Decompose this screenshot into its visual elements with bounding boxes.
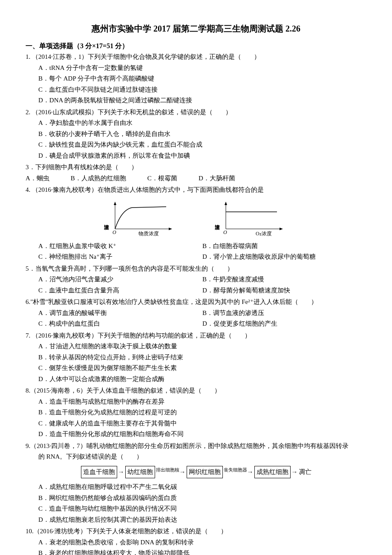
question-8: 8.（2015·海南卷，6）关于人体造血干细胞的叙述，错误的是（ ） A．造血干… (26, 385, 366, 440)
q1-stem: 1. （2014·江苏卷，1）下列关于细胞中化合物及其化学键的叙述，正确的是（ … (26, 52, 366, 63)
chart1-ylabel: 运输速度 (104, 225, 109, 230)
q3-opt-b: B．人成熟的红细胞 (71, 173, 126, 184)
chart-2-svg: 运输速度 O O₂浓度 (213, 199, 290, 237)
chart-container: 运输速度 O 物质浓度 运输速度 O O₂浓度 (26, 199, 366, 237)
svg-marker-5 (225, 202, 227, 205)
q4-stem: 4. （2016·豫南九校联考）在物质进出人体细胞的方式中，与下面两图曲线都符合… (26, 185, 366, 196)
chart-2: 运输速度 O O₂浓度 (213, 199, 290, 237)
q6-opt-b: B．调节血液的渗透压 (202, 308, 366, 319)
q6-stem: 6."朴雪"乳酸亚铁口服液可以有效地治疗人类缺铁性贫血症，这是因为其中的 Fe²… (26, 297, 366, 308)
question-2: 2. （2016·山东成武模拟）下列关于水和无机盐的叙述，错误的是（ ） A．孕… (26, 107, 366, 162)
q10-opt-a: A．衰老的细胞染色质收缩，会影响 DNA 的复制和转录 (38, 537, 366, 548)
q3-opt-c: C．根霉菌 (147, 173, 177, 184)
flow-end: 凋亡 (299, 468, 311, 475)
q6-opt-c: C．构成中的血红蛋白 (38, 318, 202, 330)
q9-opt-b: B．网织红细胞仍然能够合成核基因编码的蛋白质 (38, 493, 366, 504)
q3-stem: 3．下列细胞中具有线粒体的是（ ） (26, 162, 366, 173)
chart2-xlabel: O₂浓度 (256, 231, 272, 237)
svg-marker-7 (280, 228, 283, 230)
chart-1-svg: 运输速度 O 物质浓度 (102, 199, 179, 237)
question-3: 3．下列细胞中具有线粒体的是（ ） A．蛔虫 B．人成熟的红细胞 C．根霉菌 D… (26, 162, 366, 184)
q5-opt-a: A．沼气池内沼气含量减少 (38, 274, 202, 285)
q8-opt-a: A．造血干细胞与成熟红细胞中的酶存在差异 (38, 396, 366, 408)
chart1-xlabel: 物质浓度 (138, 231, 159, 237)
q1-opt-c: C．血红蛋白中不同肽链之间通过肽键连接 (38, 84, 366, 95)
flow-box-1: 造血干细胞 (81, 466, 117, 479)
q9-opt-d: D．成熟红细胞衰老后控制其凋亡的基因开始表达 (38, 515, 366, 526)
q7-opt-d: D．人体中可以合成激素的细胞一定能合成酶 (38, 374, 366, 385)
q10-stem: 10.（2016·潍坊统考）下列关于人体衰老细胞的叙述，错误的是（ ） (26, 526, 366, 537)
flow-box-3: 网织红细胞 (187, 466, 223, 479)
chart1-origin: O (112, 229, 116, 235)
q5-opt-b: B．牛奶变酸速度减慢 (202, 274, 366, 285)
q9-stem-2: 的 RNA。下列叙述错误的是（ ） (38, 451, 366, 462)
q2-opt-d: D．碘是合成甲状腺激素的原料，所以常在食盐中加碘 (38, 150, 366, 162)
question-1: 1. （2014·江苏卷，1）下列关于细胞中化合物及其化学键的叙述，正确的是（ … (26, 52, 366, 106)
question-5: 5．当氧气含量升高时，下列哪一项所包含的内容是不可能发生的（ ） A．沼气池内沼… (26, 263, 366, 296)
flow-diagram: 造血干细胞→幼红细胞排出细胞核→网织红细胞丧失细胞器→成熟红细胞→凋亡 (26, 466, 366, 479)
arrow-icon: → (291, 468, 298, 475)
chart2-ylabel: 运输速度 (215, 225, 220, 230)
chart-1: 运输速度 O 物质浓度 (102, 199, 179, 237)
q7-opt-a: A．甘油进入红细胞的速率取决于膜上载体的数量 (38, 341, 366, 352)
flow-box-2: 幼红细胞 (125, 466, 155, 479)
arrow-icon: → (118, 468, 124, 475)
q9-stem-1: 9.（2013·四川卷，7）哺乳动物红细胞的部分生命历程如图所示，图中除成熟红细… (26, 441, 366, 452)
q8-opt-b: B．造血干细胞分化为成熟红细胞的过程是可逆的 (38, 407, 366, 418)
q1-opt-b: B．每个 ADP 分子中含有两个高能磷酸键 (38, 73, 366, 84)
q9-opt-c: C．造血干细胞与幼红细胞中基因的执行情况不同 (38, 503, 366, 515)
question-10: 10.（2016·潍坊统考）下列关于人体衰老细胞的叙述，错误的是（ ） A．衰老… (26, 526, 366, 555)
q2-opt-b: B．收获的小麦种子晒干入仓，晒掉的是自由水 (38, 129, 366, 140)
question-6: 6."朴雪"乳酸亚铁口服液可以有效地治疗人类缺铁性贫血症，这是因为其中的 Fe²… (26, 297, 366, 330)
svg-marker-3 (169, 228, 172, 230)
q4-opt-c: C．神经细胞排出 Na⁺离子 (38, 251, 202, 263)
page-title: 惠州市实验中学 2017 届第二学期高三生物周测试题 2.26 (26, 21, 366, 36)
svg-marker-1 (114, 202, 116, 205)
q10-opt-b: B．衰老的红细胞细胞核体积变大，物质运输功能降低 (38, 548, 366, 555)
arrow-icon: 丧失细胞器→ (224, 468, 254, 475)
q7-opt-c: C．侧芽生长缓慢是因为侧芽细胞不能产生生长素 (38, 363, 366, 374)
q6-opt-a: A．调节血液的酸碱平衡 (38, 308, 202, 319)
chart2-origin: O (223, 229, 227, 235)
q5-opt-c: C．血液中血红蛋白含量升高 (38, 285, 202, 296)
q4-opt-d: D．肾小管上皮细胞吸收原尿中的葡萄糖 (202, 251, 366, 263)
q2-opt-a: A．孕妇胎盘中的羊水属于自由水 (38, 118, 366, 129)
q8-stem: 8.（2015·海南卷，6）关于人体造血干细胞的叙述，错误的是（ ） (26, 385, 366, 396)
q7-stem: 7. （2016·豫南九校联考）下列关于细胞的结构与功能的叙述，正确的是（ ） (26, 330, 366, 341)
q1-opt-a: A．tRNA 分子中含有一定数量的氢键 (38, 63, 366, 74)
q3-opt-a: A．蛔虫 (26, 173, 49, 184)
q8-opt-c: C．健康成年人的造血干细胞主要存在于其骨髓中 (38, 418, 366, 429)
q2-stem: 2. （2016·山东成武模拟）下列关于水和无机盐的叙述，错误的是（ ） (26, 107, 366, 118)
q9-opt-a: A．成熟红细胞在细胞呼吸过程中不产生二氧化碳 (38, 482, 366, 493)
flow-box-4: 成熟红细胞 (254, 466, 291, 479)
q1-opt-d: D．DNA 的两条脱氧核苷酸链之间通过磷酸二酯键连接 (38, 95, 366, 106)
q7-opt-b: B．转录从基因的特定位点开始，到终止密码子结束 (38, 352, 366, 363)
section-header: 一、单项选择题（3 分×17=51 分） (26, 40, 366, 52)
arrow-icon: 排出细胞核→ (156, 468, 186, 475)
q5-stem: 5．当氧气含量升高时，下列哪一项所包含的内容是不可能发生的（ ） (26, 263, 366, 275)
q5-opt-d: D．酵母菌分解葡萄糖速度加快 (202, 285, 366, 296)
question-7: 7. （2016·豫南九校联考）下列关于细胞的结构与功能的叙述，正确的是（ ） … (26, 330, 366, 385)
question-4: 4. （2016·豫南九校联考）在物质进出人体细胞的方式中，与下面两图曲线都符合… (26, 185, 366, 263)
q4-opt-a: A．红细胞从血浆中吸收 K⁺ (38, 241, 202, 252)
q8-opt-d: D．造血干细胞分化形成的红细胞和白细胞寿命不同 (38, 429, 366, 440)
q2-opt-c: C．缺铁性贫血是因为体内缺少铁元素，血红蛋白不能合成 (38, 139, 366, 150)
q3-opt-d: D．大肠杆菌 (199, 173, 235, 184)
q6-opt-d: D．促使更多红细胞的产生 (202, 318, 366, 330)
question-9: 9.（2013·四川卷，7）哺乳动物红细胞的部分生命历程如图所示，图中除成熟红细… (26, 441, 366, 526)
q4-opt-b: B．白细胞吞噬病菌 (202, 241, 366, 252)
